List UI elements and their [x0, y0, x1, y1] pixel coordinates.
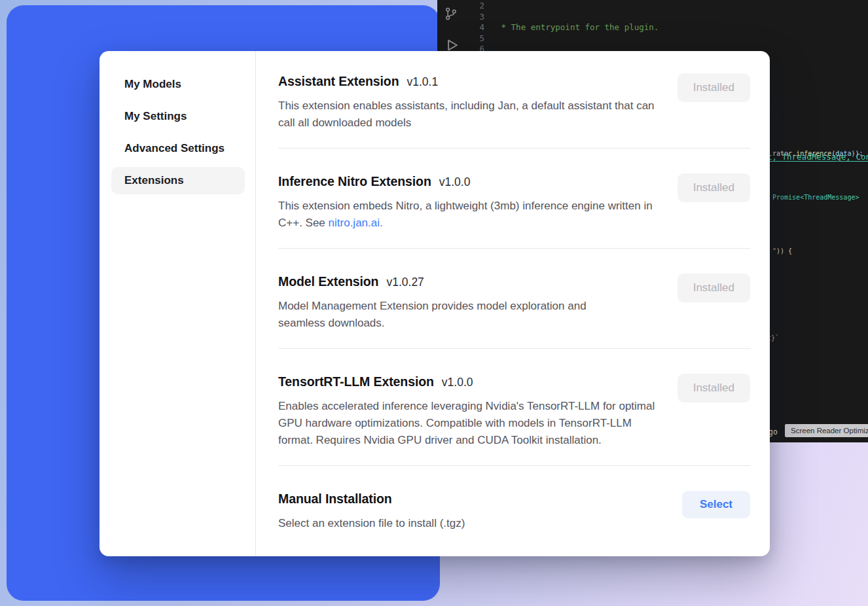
extension-version: v1.0.0: [442, 376, 473, 389]
extension-info: Inference Nitro Extension v1.0.0 This ex…: [278, 173, 663, 232]
line-number: 4: [437, 22, 484, 33]
installed-button[interactable]: Installed: [678, 274, 750, 302]
settings-window: My Models My Settings Advanced Settings …: [99, 51, 770, 556]
extension-row-nitro: Inference Nitro Extension v1.0.0 This ex…: [278, 149, 750, 249]
extension-heading: TensortRT-LLM Extension v1.0.0: [278, 374, 663, 389]
sidebar-item-advanced-settings[interactable]: Advanced Settings: [111, 135, 245, 162]
extension-heading: Assistant Extension v1.0.1: [278, 73, 663, 89]
extension-heading: Inference Nitro Extension v1.0.0: [278, 173, 663, 189]
extension-description: Select an extension file to install (.tg…: [278, 515, 465, 532]
extension-info: TensortRT-LLM Extension v1.0.0 Enables a…: [278, 374, 663, 449]
nitro-link[interactable]: nitro.jan.ai.: [329, 217, 383, 229]
extension-heading: Manual Installation: [278, 491, 465, 507]
installed-button[interactable]: Installed: [678, 173, 750, 202]
code-token: * The entrypoint for the plugin.: [496, 22, 659, 32]
extension-version: v1.0.1: [407, 75, 438, 89]
code-token: data: [835, 150, 851, 157]
code-token: inference: [796, 150, 831, 157]
extension-title: TensortRT-LLM Extension: [278, 374, 434, 389]
extension-title: Assistant Extension: [278, 73, 399, 89]
extension-description: Model Management Extension provides mode…: [278, 298, 625, 332]
sidebar-item-extensions[interactable]: Extensions: [111, 167, 245, 194]
code-fragment: rator.inference(data));: [772, 150, 863, 157]
code-token: ));: [851, 150, 863, 157]
extension-title: Inference Nitro Extension: [278, 173, 431, 189]
sidebar-item-my-settings[interactable]: My Settings: [111, 103, 245, 130]
extensions-panel: Assistant Extension v1.0.1 This extensio…: [256, 51, 770, 556]
extension-description: This extension enables assistants, inclu…: [278, 98, 663, 132]
screenshot-root: 2 3 4 5 6 * The entrypoint for the plugi…: [0, 0, 868, 606]
line-number: 2: [437, 1, 484, 12]
installed-button[interactable]: Installed: [678, 374, 750, 402]
code-fragment: Promise<ThreadMessage>: [772, 194, 859, 201]
code-token: Promise<ThreadMessage>: [772, 194, 859, 201]
code-token: )) {: [776, 247, 792, 255]
extension-description: This extension embeds Nitro, a lightweig…: [278, 198, 663, 232]
code-token: rator.: [772, 150, 796, 157]
editor-line-numbers: 2 3 4 5 6: [437, 1, 484, 55]
settings-sidebar: My Models My Settings Advanced Settings …: [99, 51, 256, 556]
line-number: 5: [437, 33, 484, 45]
extension-version: v1.0.27: [386, 276, 424, 289]
extension-heading: Model Extension v1.0.27: [278, 274, 625, 289]
code-fragment: ")) {: [772, 247, 792, 255]
extension-version: v1.0.0: [439, 175, 471, 189]
extension-info: Manual Installation Select an extension …: [278, 491, 465, 532]
extension-description: Enables accelerated inference leveraging…: [278, 398, 663, 449]
installed-button[interactable]: Installed: [678, 73, 750, 102]
extension-title: Model Extension: [278, 274, 378, 289]
select-file-button[interactable]: Select: [682, 491, 750, 518]
extension-row-assistant: Assistant Extension v1.0.1 This extensio…: [278, 51, 750, 149]
extension-info: Model Extension v1.0.27 Model Management…: [278, 274, 625, 332]
extension-title: Manual Installation: [278, 491, 392, 507]
line-number: 3: [437, 12, 484, 23]
statusbar-text: go: [769, 427, 778, 437]
extension-info: Assistant Extension v1.0.1 This extensio…: [278, 73, 663, 132]
extension-row-model: Model Extension v1.0.27 Model Management…: [278, 249, 750, 349]
sidebar-item-my-models[interactable]: My Models: [111, 71, 245, 98]
code-line: * The entrypoint for the plugin.: [496, 22, 868, 33]
screen-reader-badge: Screen Reader Optimized: [785, 424, 868, 437]
extension-row-tensorrt: TensortRT-LLM Extension v1.0.0 Enables a…: [278, 349, 750, 466]
manual-installation-row: Manual Installation Select an extension …: [278, 466, 750, 532]
